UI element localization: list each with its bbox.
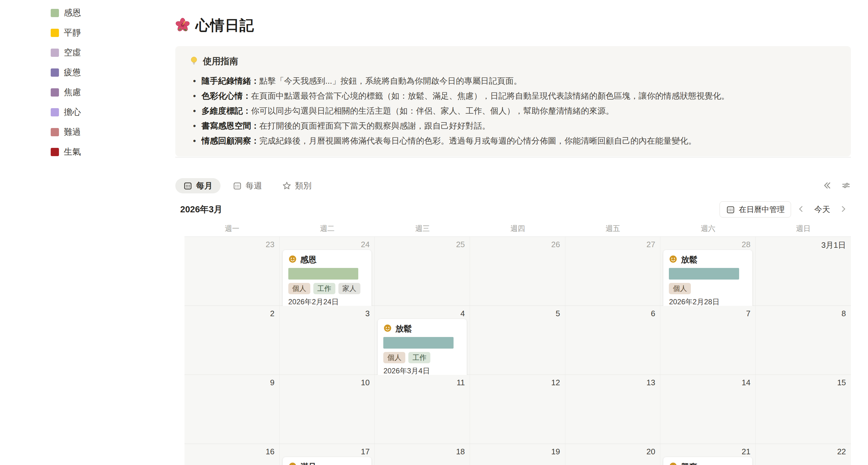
smiley-icon — [669, 462, 677, 465]
calendar-day-cell[interactable]: 21興奮 — [660, 444, 755, 465]
mood-entry-title: 滿足 — [300, 461, 317, 465]
calendar-day-cell[interactable]: 13 — [565, 375, 661, 444]
calendar-grid: 2324感恩個人工作家人2026年2月24日25262728放鬆個人2026年2… — [184, 237, 851, 465]
mood-color-bar — [383, 337, 453, 349]
calendar-day-cell[interactable]: 26 — [470, 237, 565, 306]
weekday-label: 週五 — [565, 224, 661, 234]
sidebar-item-label: 感恩 — [64, 7, 81, 19]
sidebar-item-mood[interactable]: 感恩 — [51, 7, 81, 19]
calendar-day-cell[interactable]: 4放鬆個人工作2026年3月4日 — [375, 306, 470, 375]
day-number: 2 — [270, 309, 274, 318]
color-swatch-icon — [51, 128, 59, 136]
sidebar-item-mood[interactable]: 焦慮 — [51, 86, 81, 98]
day-number: 3 — [365, 309, 370, 318]
mood-legend: 感恩平靜空虛疲憊焦慮擔心難過生氣 — [51, 7, 81, 165]
calendar-day-cell[interactable]: 3 — [280, 306, 375, 375]
mood-entry-header: 興奮 — [669, 461, 747, 465]
next-month-button[interactable] — [836, 203, 851, 216]
day-number: 13 — [647, 378, 655, 388]
smiley-icon — [288, 462, 297, 465]
day-number: 26 — [551, 240, 560, 249]
day-number: 22 — [837, 447, 846, 457]
calendar-day-cell[interactable]: 25 — [375, 237, 470, 306]
guide-bullet: 多維度標記：你可以同步勾選與日記相關的生活主題（如：伴侶、家人、工作、個人），幫… — [189, 103, 837, 119]
month-label: 2026年3月 — [180, 204, 223, 216]
calendar-day-cell[interactable]: 8 — [755, 306, 851, 375]
view-tab-每月[interactable]: 每月 — [175, 178, 220, 193]
color-swatch-icon — [51, 108, 59, 116]
calendar-day-cell[interactable]: 12 — [470, 375, 565, 444]
guide-bullet-lead: 情感回顧洞察： — [202, 136, 259, 146]
weekday-label: 週三 — [375, 224, 470, 234]
calendar-icon — [183, 181, 192, 190]
sidebar-item-mood[interactable]: 空虛 — [51, 46, 81, 59]
calendar-day-cell[interactable]: 18 — [375, 444, 470, 465]
view-tab-每週[interactable]: 每週 — [225, 178, 270, 193]
calendar-day-cell[interactable]: 7 — [660, 306, 755, 375]
day-number: 7 — [746, 309, 750, 318]
manage-in-calendar-label: 在日曆中管理 — [739, 205, 785, 215]
calendar-day-cell[interactable]: 24感恩個人工作家人2026年2月24日 — [280, 237, 375, 306]
mood-entry-card[interactable]: 感恩個人工作家人2026年2月24日 — [282, 250, 372, 311]
calendar-day-cell[interactable]: 27 — [565, 237, 661, 306]
sidebar-item-mood[interactable]: 難過 — [51, 126, 81, 138]
mood-entry-header: 滿足 — [288, 461, 366, 465]
day-number: 20 — [647, 447, 655, 457]
collapse-views-button[interactable] — [822, 180, 832, 192]
sidebar-item-mood[interactable]: 平靜 — [51, 27, 81, 39]
calendar-day-cell[interactable]: 11 — [375, 375, 470, 444]
sidebar-item-mood[interactable]: 生氣 — [51, 146, 81, 158]
calendar-day-cell[interactable]: 14 — [660, 375, 755, 444]
calendar-day-cell[interactable]: 28放鬆個人2026年2月28日 — [660, 237, 755, 306]
calendar-day-cell[interactable]: 3月1日 — [755, 237, 851, 306]
view-settings-button[interactable] — [841, 181, 851, 191]
calendar-day-cell[interactable]: 10 — [280, 375, 375, 444]
category-tags: 個人 — [669, 283, 747, 294]
guide-bullet-text: 你可以同步勾選與日記相關的生活主題（如：伴侶、家人、工作、個人），幫助你釐清情緒… — [251, 106, 614, 116]
calendar-icon — [233, 181, 242, 190]
mood-entry-date: 2026年2月28日 — [669, 297, 747, 307]
day-number: 14 — [742, 378, 750, 388]
calendar-day-cell[interactable]: 17滿足 — [280, 444, 375, 465]
view-tab-label: 每月 — [196, 180, 213, 191]
sidebar-item-label: 擔心 — [64, 106, 81, 118]
mood-entry-card[interactable]: 滿足 — [282, 457, 372, 465]
day-number: 15 — [837, 378, 846, 388]
calendar-day-cell[interactable]: 6 — [565, 306, 661, 375]
calendar-day-cell[interactable]: 16 — [184, 444, 280, 465]
usage-guide-callout: 使用指南 隨手紀錄情緒：點擊「今天我感到...」按鈕，系統將自動為你開啟今日的專… — [175, 46, 851, 156]
day-number: 10 — [361, 378, 370, 388]
color-swatch-icon — [51, 29, 59, 37]
color-swatch-icon — [51, 49, 59, 57]
day-number: 17 — [361, 447, 370, 457]
calendar-day-cell[interactable]: 19 — [470, 444, 565, 465]
calendar-day-cell[interactable]: 5 — [470, 306, 565, 375]
calendar-day-cell[interactable]: 2 — [184, 306, 280, 375]
view-tab-類別[interactable]: 類別 — [274, 178, 319, 193]
sidebar-item-label: 生氣 — [64, 146, 81, 158]
day-number: 28 — [742, 240, 750, 249]
day-number: 23 — [266, 240, 275, 249]
calendar-day-cell[interactable]: 15 — [755, 375, 851, 444]
calendar-day-cell[interactable]: 9 — [184, 375, 280, 444]
calendar-day-cell[interactable]: 22 — [755, 444, 851, 465]
mood-entry-card[interactable]: 放鬆個人2026年2月28日 — [663, 250, 752, 311]
today-button[interactable]: 今天 — [811, 203, 833, 216]
calendar-day-cell[interactable]: 20 — [565, 444, 661, 465]
mood-entry-card[interactable]: 興奮 — [663, 457, 752, 465]
day-number: 6 — [651, 309, 655, 318]
sidebar-item-mood[interactable]: 擔心 — [51, 106, 81, 118]
page-title: 心情日記 — [195, 16, 254, 35]
manage-in-calendar-button[interactable]: 在日曆中管理 — [719, 202, 791, 218]
calendar-day-cell[interactable]: 23 — [184, 237, 280, 306]
prev-month-button[interactable] — [794, 203, 809, 216]
day-number: 12 — [551, 378, 560, 388]
sidebar-item-label: 難過 — [64, 126, 81, 138]
usage-guide-title: 使用指南 — [203, 55, 238, 67]
mood-entry-date: 2026年3月4日 — [383, 366, 461, 376]
mood-entry-card[interactable]: 放鬆個人工作2026年3月4日 — [377, 319, 467, 380]
mood-entry-header: 感恩 — [288, 254, 366, 265]
smiley-icon — [383, 324, 392, 334]
sidebar-item-mood[interactable]: 疲憊 — [51, 66, 81, 79]
weekday-label: 週四 — [470, 224, 565, 234]
